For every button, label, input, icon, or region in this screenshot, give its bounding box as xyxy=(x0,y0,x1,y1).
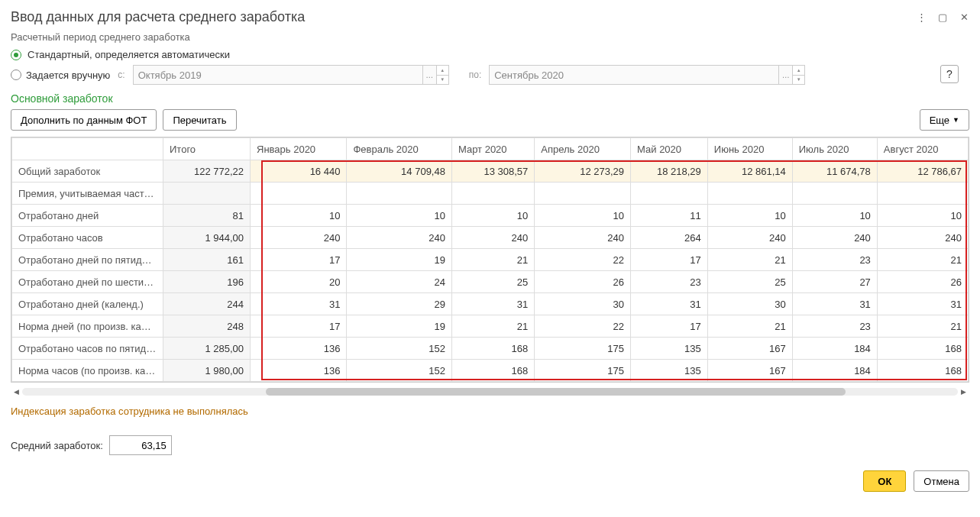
cell-value[interactable]: 240 xyxy=(535,227,631,249)
cell-value[interactable] xyxy=(347,183,452,205)
cell-value[interactable]: 22 xyxy=(535,249,631,271)
cell-value[interactable]: 23 xyxy=(792,315,877,338)
cell-value[interactable]: 175 xyxy=(535,360,631,382)
cell-value[interactable]: 17 xyxy=(251,315,347,338)
cell-value[interactable]: 135 xyxy=(631,360,708,382)
cell-value[interactable]: 10 xyxy=(792,205,877,227)
cell-value[interactable]: 23 xyxy=(792,249,877,271)
cell-value[interactable]: 168 xyxy=(451,360,534,382)
cell-value[interactable]: 14 709,48 xyxy=(347,160,452,183)
cell-value[interactable]: 23 xyxy=(631,271,708,293)
cell-value[interactable]: 18 218,29 xyxy=(631,160,708,183)
table-row[interactable]: Премия, учитываемая частично xyxy=(12,183,969,205)
table-row[interactable]: Отработано дней811010101011101010 xyxy=(12,205,969,227)
cell-value[interactable] xyxy=(251,183,347,205)
help-button[interactable]: ? xyxy=(940,65,959,83)
cell-value[interactable]: 19 xyxy=(347,315,452,338)
cell-value[interactable]: 24 xyxy=(347,271,452,293)
cell-value[interactable]: 21 xyxy=(451,315,534,338)
radio-manual[interactable] xyxy=(11,69,21,80)
cell-value[interactable]: 184 xyxy=(792,360,877,382)
cell-value[interactable]: 135 xyxy=(631,338,708,360)
cell-value[interactable]: 31 xyxy=(451,293,534,315)
date-to-picker-icon[interactable]: … xyxy=(779,65,793,85)
cell-value[interactable]: 30 xyxy=(535,293,631,315)
cell-value[interactable]: 167 xyxy=(707,360,792,382)
cell-value[interactable]: 168 xyxy=(877,360,968,382)
cell-value[interactable]: 26 xyxy=(877,271,968,293)
cell-value[interactable]: 21 xyxy=(451,249,534,271)
cell-value[interactable]: 25 xyxy=(451,271,534,293)
table-row[interactable]: Отработано дней по пятидневной ...161171… xyxy=(12,249,969,271)
cell-value[interactable]: 240 xyxy=(347,227,452,249)
table-row[interactable]: Отработано часов по пятидневно...1 285,0… xyxy=(12,338,969,360)
scroll-right-icon[interactable]: ▶ xyxy=(958,388,969,396)
cell-value[interactable]: 240 xyxy=(451,227,534,249)
cell-value[interactable]: 17 xyxy=(631,315,708,338)
cell-value[interactable]: 10 xyxy=(535,205,631,227)
cell-value[interactable]: 27 xyxy=(792,271,877,293)
cell-value[interactable]: 17 xyxy=(251,249,347,271)
cell-value[interactable]: 12 786,67 xyxy=(877,160,968,183)
table-row[interactable]: Норма дней (по произв. календар...248171… xyxy=(12,315,969,338)
cell-value[interactable]: 152 xyxy=(347,360,452,382)
date-to-spinner[interactable]: ▲▼ xyxy=(793,65,805,85)
cell-value[interactable]: 20 xyxy=(251,271,347,293)
cell-value[interactable]: 26 xyxy=(535,271,631,293)
scroll-left-icon[interactable]: ◀ xyxy=(11,388,22,396)
table-row[interactable]: Общий заработок122 772,2216 44014 709,48… xyxy=(12,160,969,183)
table-row[interactable]: Отработано дней (календ.)244312931303130… xyxy=(12,293,969,315)
cell-value[interactable] xyxy=(451,183,534,205)
table-row[interactable]: Норма часов (по произв. календа...1 980,… xyxy=(12,360,969,382)
cell-value[interactable]: 167 xyxy=(707,338,792,360)
cell-value[interactable]: 240 xyxy=(251,227,347,249)
cell-value[interactable] xyxy=(535,183,631,205)
cancel-button[interactable]: Отмена xyxy=(914,470,969,492)
horizontal-scrollbar[interactable]: ◀ ▶ xyxy=(11,386,969,398)
cell-value[interactable]: 17 xyxy=(631,249,708,271)
radio-auto[interactable] xyxy=(11,50,21,60)
cell-value[interactable]: 21 xyxy=(707,315,792,338)
cell-value[interactable]: 19 xyxy=(347,249,452,271)
avg-earnings-input[interactable] xyxy=(109,435,172,455)
cell-value[interactable]: 12 861,14 xyxy=(707,160,792,183)
cell-value[interactable]: 13 308,57 xyxy=(451,160,534,183)
dots-icon[interactable]: ⋮ xyxy=(916,12,927,23)
ok-button[interactable]: ОК xyxy=(863,470,906,492)
cell-value[interactable]: 10 xyxy=(251,205,347,227)
cell-value[interactable]: 10 xyxy=(451,205,534,227)
cell-value[interactable]: 175 xyxy=(535,338,631,360)
cell-value[interactable]: 21 xyxy=(877,249,968,271)
cell-value[interactable]: 168 xyxy=(451,338,534,360)
cell-value[interactable] xyxy=(877,183,968,205)
cell-value[interactable]: 264 xyxy=(631,227,708,249)
cell-value[interactable]: 22 xyxy=(535,315,631,338)
cell-value[interactable]: 25 xyxy=(707,271,792,293)
cell-value[interactable]: 10 xyxy=(707,205,792,227)
table-row[interactable]: Отработано дней по шестидневно...1962024… xyxy=(12,271,969,293)
cell-value[interactable]: 136 xyxy=(251,360,347,382)
date-from-picker-icon[interactable]: … xyxy=(423,65,437,85)
cell-value[interactable]: 31 xyxy=(792,293,877,315)
cell-value[interactable]: 10 xyxy=(347,205,452,227)
cell-value[interactable]: 12 273,29 xyxy=(535,160,631,183)
cell-value[interactable]: 21 xyxy=(877,315,968,338)
close-icon[interactable]: ✕ xyxy=(959,12,969,23)
cell-value[interactable]: 184 xyxy=(792,338,877,360)
fill-from-fot-button[interactable]: Дополнить по данным ФОТ xyxy=(11,109,157,131)
cell-value[interactable] xyxy=(631,183,708,205)
maximize-icon[interactable]: ▢ xyxy=(937,12,948,23)
cell-value[interactable]: 29 xyxy=(347,293,452,315)
cell-value[interactable]: 21 xyxy=(707,249,792,271)
cell-value[interactable]: 240 xyxy=(707,227,792,249)
cell-value[interactable]: 136 xyxy=(251,338,347,360)
date-from-spinner[interactable]: ▲▼ xyxy=(437,65,449,85)
cell-value[interactable]: 31 xyxy=(877,293,968,315)
date-from-input[interactable] xyxy=(133,65,423,85)
cell-value[interactable]: 11 674,78 xyxy=(792,160,877,183)
table-row[interactable]: Отработано часов1 944,002402402402402642… xyxy=(12,227,969,249)
cell-value[interactable]: 16 440 xyxy=(251,160,347,183)
cell-value[interactable]: 240 xyxy=(792,227,877,249)
reread-button[interactable]: Перечитать xyxy=(163,109,236,131)
cell-value[interactable]: 152 xyxy=(347,338,452,360)
